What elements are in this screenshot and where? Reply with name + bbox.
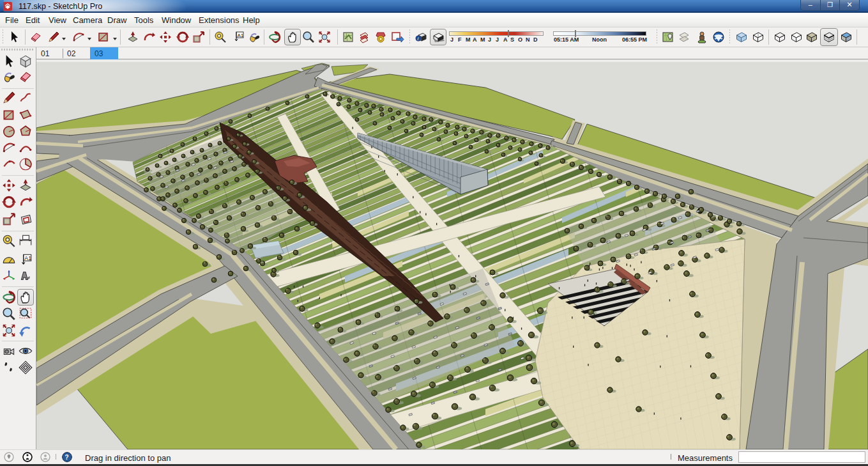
svg-text:?: ? (65, 454, 69, 461)
svg-text:i: i (418, 36, 419, 42)
svg-text:A1: A1 (24, 255, 31, 261)
svg-text:A1: A1 (238, 33, 244, 38)
